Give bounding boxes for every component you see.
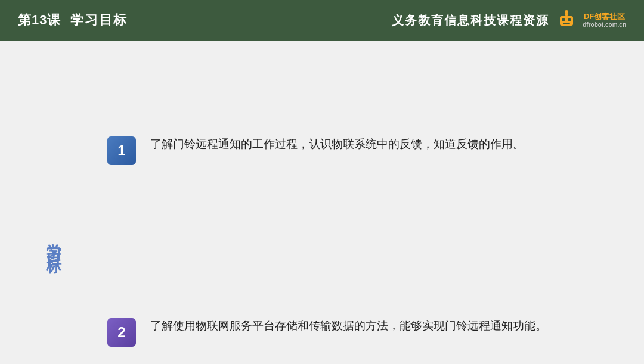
goal-item-2: 2 了解使用物联网服务平台存储和传输数据的方法，能够实现门铃远程通知功能。	[107, 310, 608, 353]
logo-area: DF创客社区 dfrobot.com.cn	[555, 9, 626, 32]
brand-text: 义务教育信息科技课程资源	[392, 13, 549, 29]
left-section: 学习目标	[30, 58, 78, 364]
df-logo-text: DF创客社区 dfrobot.com.cn	[583, 12, 626, 29]
header-left: 第13课 学习目标	[18, 11, 128, 29]
goals-section: 1 了解门铃远程通知的工作过程，认识物联系统中的反馈，知道反馈的作用。 2 了解…	[89, 58, 608, 364]
df-logo-icon	[555, 9, 578, 32]
header-right: 义务教育信息科技课程资源	[392, 9, 626, 32]
lesson-title: 学习目标	[70, 11, 128, 29]
main-content: 学习目标 1 了解门铃远程通知的工作过程，认识物联系统中的反馈，知道反馈的作用。…	[0, 41, 644, 364]
svg-rect-0	[560, 16, 573, 26]
goal-item-1: 1 了解门铃远程通知的工作过程，认识物联系统中的反馈，知道反馈的作用。	[107, 128, 608, 171]
lesson-number: 第13课	[18, 11, 61, 29]
svg-point-2	[565, 10, 568, 14]
logo-svg	[555, 9, 578, 32]
slide-container: 第13课 学习目标 义务教育信息科技课程资源	[0, 0, 644, 364]
goal-badge-2: 2	[107, 318, 136, 347]
svg-point-3	[562, 18, 565, 21]
svg-point-4	[568, 18, 571, 21]
goal-badge-1: 1	[107, 136, 136, 165]
vertical-label: 学习目标	[46, 58, 61, 364]
goal-text-1: 了解门铃远程通知的工作过程，认识物联系统中的反馈，知道反馈的作用。	[150, 134, 524, 154]
header: 第13课 学习目标 义务教育信息科技课程资源	[0, 0, 644, 41]
goal-text-2: 了解使用物联网服务平台存储和传输数据的方法，能够实现门铃远程通知功能。	[150, 316, 547, 335]
svg-rect-5	[563, 23, 570, 24]
